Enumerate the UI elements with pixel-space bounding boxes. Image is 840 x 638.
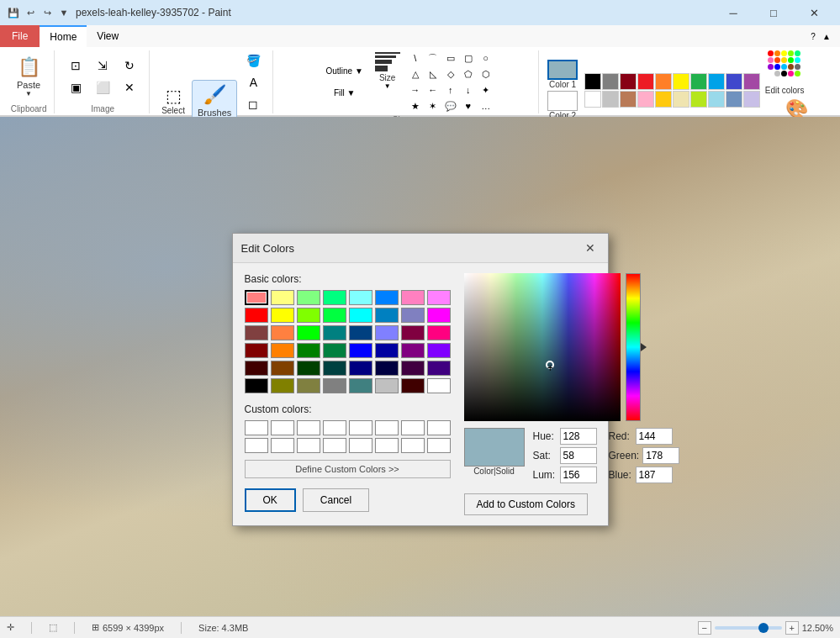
palette-lavender[interactable] [743, 91, 760, 108]
basic-color-2-7[interactable] [427, 325, 451, 340]
custom-color-12[interactable] [349, 438, 372, 453]
basic-color-0-6[interactable] [401, 290, 425, 305]
minimize-button[interactable]: ─ [714, 0, 753, 25]
basic-color-0-5[interactable] [375, 290, 399, 305]
basic-color-3-2[interactable] [297, 343, 320, 358]
shape-star4[interactable]: ✦ [478, 82, 494, 98]
shape-pentagon[interactable]: ⬠ [460, 66, 477, 82]
palette-blue[interactable] [708, 73, 725, 90]
shape-callout[interactable]: 💬 [442, 98, 459, 113]
invert-button[interactable]: ⬜ [90, 77, 115, 98]
basic-color-1-1[interactable] [271, 308, 294, 323]
basic-color-1-7[interactable] [427, 308, 451, 323]
palette-purple[interactable] [743, 73, 760, 90]
shape-rect[interactable]: ▭ [442, 50, 459, 66]
basic-color-2-6[interactable] [401, 325, 425, 340]
shape-diamond[interactable]: ◇ [442, 66, 459, 82]
dropdown-icon[interactable]: ▼ [57, 6, 71, 19]
palette-green[interactable] [690, 73, 707, 90]
custom-color-9[interactable] [271, 438, 294, 453]
basic-color-2-3[interactable] [323, 325, 346, 340]
lum-input[interactable] [560, 467, 597, 483]
text-button[interactable]: A [240, 72, 266, 92]
undo-icon[interactable]: ↩ [24, 6, 37, 19]
basic-color-2-0[interactable] [245, 325, 268, 340]
tab-view[interactable]: View [87, 25, 129, 47]
custom-color-14[interactable] [401, 438, 425, 453]
delete-button[interactable]: ✕ [117, 77, 142, 98]
custom-color-1[interactable] [271, 420, 294, 435]
basic-color-2-2[interactable] [297, 325, 320, 340]
shape-triangle[interactable]: △ [407, 66, 424, 82]
shape-right-triangle[interactable]: ◺ [425, 66, 441, 82]
basic-color-1-0[interactable] [245, 308, 268, 323]
shape-line[interactable]: \ [407, 50, 424, 66]
palette-darkred[interactable] [620, 73, 637, 90]
zoom-out-button[interactable]: − [698, 621, 711, 635]
basic-color-4-0[interactable] [245, 361, 268, 376]
shape-curve[interactable]: ⌒ [425, 50, 441, 66]
basic-color-0-3[interactable] [323, 290, 346, 305]
basic-color-0-0[interactable] [245, 290, 268, 305]
basic-color-1-3[interactable] [323, 308, 346, 323]
basic-color-4-5[interactable] [375, 361, 399, 376]
palette-lime[interactable] [690, 91, 707, 108]
palette-orange[interactable] [655, 73, 672, 90]
custom-color-5[interactable] [375, 420, 399, 435]
basic-color-5-5[interactable] [375, 378, 399, 393]
fill-button[interactable]: 🪣 [240, 50, 266, 71]
basic-color-0-7[interactable] [427, 290, 451, 305]
custom-color-15[interactable] [427, 438, 451, 453]
red-input[interactable] [636, 428, 673, 445]
hue-input[interactable] [560, 428, 597, 445]
zoom-slider[interactable] [715, 626, 782, 630]
palette-gray[interactable] [602, 73, 619, 90]
basic-color-3-6[interactable] [401, 343, 425, 358]
outline-button[interactable]: Outline ▼ [320, 61, 370, 82]
basic-color-1-4[interactable] [349, 308, 372, 323]
color-spectrum[interactable]: + [464, 273, 621, 421]
size-button[interactable]: Size ▼ [373, 50, 402, 113]
zoom-in-button[interactable]: + [785, 621, 799, 635]
close-button[interactable]: ✕ [795, 0, 833, 25]
shape-hexagon[interactable]: ⬡ [478, 66, 494, 82]
rotate-button[interactable]: ↻ [117, 55, 142, 76]
basic-color-4-2[interactable] [297, 361, 320, 376]
shape-star5[interactable]: ★ [407, 98, 424, 113]
tab-file[interactable]: File [0, 25, 40, 47]
palette-yellow[interactable] [673, 73, 689, 90]
custom-color-3[interactable] [323, 420, 346, 435]
palette-white[interactable] [584, 91, 601, 108]
basic-color-5-7[interactable] [427, 378, 451, 393]
edit-colors-button[interactable]: Edit colors [763, 50, 806, 95]
shape-arrow-left[interactable]: ← [425, 82, 441, 98]
crop-button[interactable]: ⊡ [63, 55, 88, 76]
ribbon-help-icon[interactable]: ? [806, 29, 820, 43]
fill-style-button[interactable]: Fill ▼ [320, 83, 370, 103]
basic-color-1-5[interactable] [375, 308, 399, 323]
basic-color-0-1[interactable] [271, 290, 294, 305]
custom-color-2[interactable] [297, 420, 320, 435]
ok-button[interactable]: OK [245, 488, 296, 512]
ribbon-collapse-icon[interactable]: ▲ [820, 29, 833, 43]
basic-color-2-4[interactable] [349, 325, 372, 340]
shape-star6[interactable]: ✶ [425, 98, 441, 113]
basic-color-3-3[interactable] [323, 343, 346, 358]
palette-lightblue[interactable] [708, 91, 725, 108]
blue-input[interactable] [636, 467, 673, 483]
palette-black[interactable] [584, 73, 601, 90]
define-custom-colors-button[interactable]: Define Custom Colors >> [245, 460, 451, 478]
basic-color-4-6[interactable] [401, 361, 425, 376]
maximize-button[interactable]: □ [754, 0, 793, 25]
sat-input[interactable] [560, 447, 597, 464]
basic-color-5-0[interactable] [245, 378, 268, 393]
dialog-close-button[interactable]: ✕ [581, 239, 600, 257]
custom-color-8[interactable] [245, 438, 268, 453]
palette-lightgray[interactable] [602, 91, 619, 108]
basic-color-5-2[interactable] [297, 378, 320, 393]
basic-color-4-1[interactable] [271, 361, 294, 376]
palette-gold[interactable] [655, 91, 672, 108]
tab-home[interactable]: Home [40, 25, 87, 47]
palette-cream[interactable] [673, 91, 689, 108]
basic-color-4-7[interactable] [427, 361, 451, 376]
